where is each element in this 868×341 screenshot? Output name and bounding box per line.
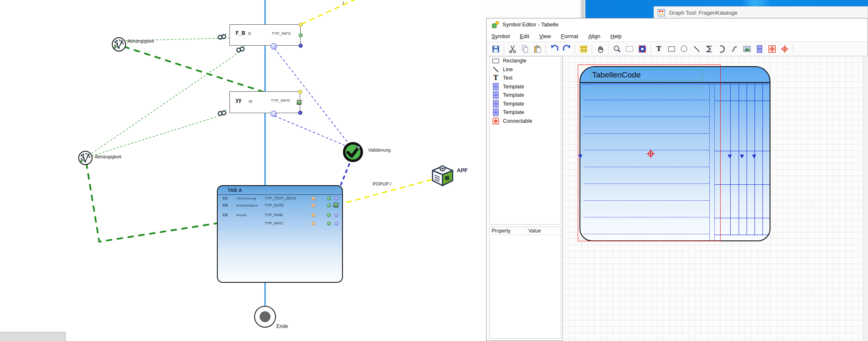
- node-fb[interactable]: F_B B TYP_INFO ?: [229, 24, 301, 46]
- palette-item-connectable[interactable]: Connectable: [489, 117, 561, 126]
- zoom-region-button[interactable]: [624, 43, 635, 54]
- template-tool-button[interactable]: [754, 43, 765, 54]
- pan-button[interactable]: [595, 43, 606, 54]
- row-dot-green[interactable]: [327, 204, 331, 207]
- line-icon: [492, 66, 499, 73]
- row-dot-green[interactable]: [327, 213, 331, 217]
- table-title: TAB A: [228, 188, 242, 193]
- menu-edit[interactable]: Edit: [520, 33, 529, 39]
- node-yy[interactable]: yy yy TYP_INFO ?: [229, 91, 300, 113]
- row-name: OM Kennung: [236, 196, 256, 200]
- node-title: F_B: [236, 30, 245, 36]
- connector-green-square[interactable]: [296, 100, 301, 105]
- row-dot-green[interactable]: [327, 196, 331, 200]
- copy-button[interactable]: [519, 43, 531, 54]
- graph-canvas[interactable]: / Abhängigkeit: [0, 0, 486, 341]
- dependency-label: Abhängigkeit: [127, 39, 154, 44]
- row-dot-orange[interactable]: [312, 213, 315, 217]
- dependency-label: Abhängigkeit: [95, 154, 121, 159]
- menu-symbol[interactable]: Symbol: [492, 33, 510, 39]
- connector-yellow[interactable]: [298, 90, 302, 94]
- menu-help[interactable]: Help: [610, 33, 622, 39]
- connector-yellow[interactable]: [299, 23, 303, 27]
- row-type: TYP_NUM: [265, 213, 283, 217]
- graph-tool-app-icon: [658, 9, 665, 16]
- marker-triangle: [752, 155, 756, 158]
- save-button[interactable]: [490, 43, 501, 54]
- connector-blue[interactable]: [298, 111, 302, 115]
- toolbar-separator: [793, 44, 793, 54]
- palette-label: Rectangle: [503, 58, 526, 64]
- menubar: Symbol Edit View Format Align Help: [487, 31, 868, 41]
- row-dot-purple[interactable]: [335, 222, 338, 225]
- rectangle-tool-button[interactable]: [666, 43, 677, 54]
- palette-item-template[interactable]: Template: [489, 83, 561, 91]
- row-dot-purple[interactable]: [335, 196, 338, 200]
- row-type: TYP_INFO: [265, 221, 283, 225]
- palette-label: Template: [503, 92, 524, 98]
- graph-tool-title: Graph Tool: FragenKataloge: [669, 10, 737, 16]
- property-panel-header: Property Value: [489, 227, 561, 235]
- row-dot-green[interactable]: [327, 222, 331, 225]
- paste-button[interactable]: [532, 43, 543, 54]
- row-dot-orange[interactable]: [312, 204, 315, 207]
- question-connector[interactable]: ?: [270, 111, 277, 117]
- selection-rectangle: [578, 65, 721, 241]
- canvas-vertical-scrollbar[interactable]: [863, 56, 868, 341]
- palette-label: Line: [503, 67, 513, 72]
- row-dot-orange[interactable]: [312, 196, 315, 200]
- palette-item-line[interactable]: Line: [489, 65, 561, 74]
- question-connector[interactable]: ?: [270, 43, 277, 49]
- curve-tool-button[interactable]: [729, 43, 740, 54]
- template-icon: [492, 108, 499, 116]
- palette-item-template[interactable]: Template: [489, 108, 561, 117]
- fit-view-button[interactable]: [636, 43, 648, 54]
- editor-canvas[interactable]: TabellenCode: [562, 56, 863, 341]
- redo-button[interactable]: [561, 43, 572, 54]
- menu-format[interactable]: Format: [561, 33, 578, 39]
- polyline-tool-button[interactable]: [703, 43, 715, 54]
- menu-align[interactable]: Align: [588, 33, 600, 39]
- image-tool-button[interactable]: [741, 43, 752, 54]
- ellipse-tool-button[interactable]: [678, 43, 690, 54]
- value-column-header[interactable]: Value: [526, 227, 541, 235]
- row-dot-purple[interactable]: [335, 213, 338, 217]
- line-tool-button[interactable]: [691, 43, 702, 54]
- row-dot-orange[interactable]: [312, 222, 315, 225]
- arc-tool-button[interactable]: [716, 43, 727, 54]
- connector-blue[interactable]: [299, 44, 303, 48]
- palette-item-template[interactable]: Template: [489, 100, 561, 108]
- template-icon: [492, 83, 499, 90]
- row-connector-green-square[interactable]: [333, 202, 338, 207]
- palette-item-template[interactable]: Template: [489, 91, 561, 100]
- marker-triangle: [740, 155, 744, 158]
- connectable-tool-button[interactable]: [766, 43, 778, 54]
- palette-item-rectangle[interactable]: Rectangle: [489, 57, 561, 65]
- window-corner-strip: [0, 332, 66, 341]
- palette-label: Text: [503, 75, 513, 81]
- property-column-header[interactable]: Property: [489, 227, 526, 235]
- symbol-editor-app-icon: [492, 21, 500, 28]
- toolbar-separator: [608, 44, 609, 54]
- graph-tool-titlebar[interactable]: Graph Tool: FragenKataloge: [654, 6, 868, 18]
- text-tool-button[interactable]: T: [653, 43, 665, 54]
- screen: / Abhängigkeit: [0, 0, 868, 341]
- grid-button[interactable]: [578, 43, 589, 54]
- dependency-icon[interactable]: [78, 150, 93, 165]
- palette-item-text[interactable]: T Text: [489, 74, 561, 83]
- zoom-button[interactable]: [611, 43, 623, 54]
- menu-view[interactable]: View: [539, 33, 551, 39]
- end-label: Ende: [276, 323, 288, 329]
- editor-titlebar[interactable]: Symbol Editor - Tabelle: [487, 18, 868, 31]
- toolbar-separator: [546, 44, 546, 54]
- validation-icon[interactable]: [341, 140, 365, 164]
- table-node-tab-a[interactable]: TAB A C1 OM Kennung TYP_TEXT_ZEILE C3 Au…: [217, 185, 343, 283]
- crosshair-tool-button[interactable]: [779, 43, 790, 54]
- connector-green[interactable]: [299, 33, 303, 37]
- undo-button[interactable]: [549, 43, 560, 54]
- rectangle-icon: [492, 59, 499, 63]
- dependency-icon[interactable]: [111, 37, 126, 52]
- editor-window-title: Symbol Editor - Tabelle: [502, 21, 558, 28]
- cut-button[interactable]: [507, 43, 518, 54]
- apf-icon[interactable]: [430, 165, 455, 187]
